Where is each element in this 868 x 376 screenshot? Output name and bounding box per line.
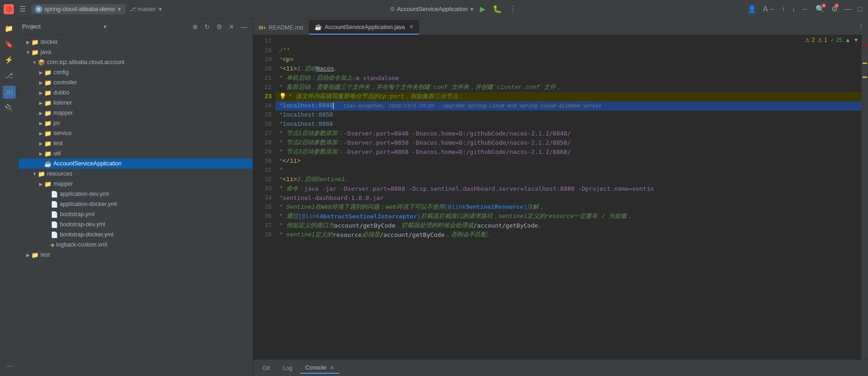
tree-item-po[interactable]: ▶ 📁 po <box>18 118 253 128</box>
back-button[interactable]: ← <box>800 3 811 15</box>
sidebar-item-plugins[interactable]: 🔌 <box>3 101 16 114</box>
branch-name: master <box>138 6 156 12</box>
panel-add-btn[interactable]: ⊕ <box>191 22 200 31</box>
panel-title-arrow: ▼ <box>103 24 108 29</box>
line-36: 36 <box>253 212 275 221</box>
line-19: 19 <box>253 55 275 65</box>
tree-item-logback-xml[interactable]: ◈ logback-custom.xml <box>18 240 253 250</box>
pull-button[interactable]: ↓ <box>790 3 797 15</box>
indicator-down-arrow[interactable]: ▼ <box>853 37 859 43</box>
settings-button[interactable]: ⚙ <box>829 3 839 15</box>
bottom-tab-log[interactable]: Log <box>277 363 298 373</box>
code-token: /** <box>279 46 290 55</box>
tree-item-app-dev-yml[interactable]: 📄 application-dev.yml <box>18 189 253 199</box>
code-token: -m standalone <box>352 74 399 83</box>
label-controller: controller <box>53 79 77 86</box>
titlebar: 🔴 ☰ S spring-cloud-alibaba-demo ▼ ⎇ mast… <box>0 0 868 18</box>
code-token: * <box>279 194 283 203</box>
code-line-24: * localhost:8848 tian-qingzhao, 2022/12/… <box>275 101 862 111</box>
tree-item-dubbo[interactable]: ▶ 📁 dubbo <box>18 88 253 98</box>
error-marker-1 <box>862 44 867 46</box>
label-app-dev-yml: application-dev.yml <box>60 191 109 197</box>
bottom-tab-git[interactable]: Git <box>257 363 275 373</box>
search-button[interactable]: 🔍 <box>814 3 827 15</box>
sidebar-item-structure[interactable]: ⚡ <box>3 53 16 66</box>
tree-item-mapper-res[interactable]: ▶ 📁 mapper <box>18 179 253 189</box>
tree-item-docker[interactable]: ▶ 📁 docker <box>18 37 253 47</box>
vcs-update-button[interactable]: 👤 <box>746 3 758 15</box>
sidebar-item-git[interactable]: ⎇ <box>3 69 16 82</box>
xml-icon-logback: ◈ <box>51 242 54 248</box>
arrow-controller: ▶ <box>38 79 44 86</box>
logo-text: 🔴 <box>6 6 12 12</box>
file-tree: ▶ 📁 docker ▼ 📁 java ▼ 📦 com.tqz.alibaba.… <box>18 35 253 376</box>
tree-item-service[interactable]: ▶ 📁 service <box>18 128 253 138</box>
sidebar-item-more[interactable]: ⋯ <box>3 359 16 372</box>
label-po: po <box>53 120 60 126</box>
hamburger-menu[interactable]: ☰ <box>17 3 28 15</box>
sidebar-item-bookmarks[interactable]: 🔖 <box>3 38 16 51</box>
tree-item-resources[interactable]: ▼ 📁 resources <box>18 169 253 179</box>
push-button[interactable]: ↑ <box>780 3 787 15</box>
maximize-button[interactable]: □ <box>856 3 864 15</box>
code-token: localhost:8848 <box>283 101 333 111</box>
bottom-tab-console-close[interactable]: ✕ <box>330 365 334 370</box>
run-button[interactable]: ▶ <box>478 3 487 15</box>
tree-item-test-root[interactable]: ▶ 📁 test <box>18 250 253 260</box>
tab-account-app[interactable]: ☕ AccountServiceApplication.java ✕ <box>309 20 419 35</box>
sidebar-item-project[interactable]: 📁 <box>3 22 16 35</box>
project-selector[interactable]: S spring-cloud-alibaba-demo ▼ <box>31 4 126 14</box>
branch-selector[interactable]: ⎇ master ▼ <box>129 6 163 12</box>
code-line-22: * 集群启动，需要创建三个文件夹，并在每个文件夹创建 `conf` 文件夹，并创… <box>275 83 862 92</box>
right-gutter <box>862 35 868 359</box>
bottom-tab-log-label: Log <box>283 365 292 371</box>
tree-item-bootstrap-yml[interactable]: 📄 bootstrap.yml <box>18 209 253 219</box>
tree-item-com-tqz[interactable]: ▼ 📦 com.tqz.alibaba.cloud.account <box>18 57 253 67</box>
code-area[interactable]: /** * <p> * <li>1.启动Nacos. * 单机启动：启动命令加上… <box>275 35 862 359</box>
tree-item-util[interactable]: ▶ 📁 util <box>18 148 253 159</box>
class-icon-account-app: ☕ <box>44 160 52 167</box>
tab-readme[interactable]: M+ README.md <box>253 20 309 35</box>
panel-collapse-btn[interactable]: — <box>239 22 249 31</box>
tree-item-mapper[interactable]: ▶ 📁 mapper <box>18 108 253 118</box>
run-config-icon: ⚙ <box>390 6 395 12</box>
tabs-more-button[interactable]: ⋮ <box>858 23 864 30</box>
tree-item-test-pkg[interactable]: ▶ 📁 test <box>18 138 253 148</box>
minimize-button[interactable]: — <box>842 3 853 15</box>
folder-icon-controller: 📁 <box>44 79 52 86</box>
panel-sync-btn[interactable]: ↻ <box>203 22 212 31</box>
line-30: 30 <box>253 157 275 166</box>
tree-item-bootstrap-docker-yml[interactable]: 📄 bootstrap-docker.yml <box>18 229 253 240</box>
left-icon-sidebar: 📁 🔖 ⚡ ⎇ JR 🔌 ⋯ <box>0 18 18 376</box>
tree-item-account-app[interactable]: ☕ AccountServiceApplication <box>18 159 253 169</box>
sidebar-item-jr[interactable]: JR <box>3 86 16 99</box>
text-cursor <box>333 103 334 109</box>
line-27: 27 <box>253 129 275 138</box>
bottom-tab-console[interactable]: Console ✕ <box>300 363 339 374</box>
code-token: {@link <box>444 203 466 212</box>
translate-button[interactable]: A→ <box>761 3 777 15</box>
arrow-logback-xml <box>44 241 51 248</box>
more-run-options[interactable]: ⋮ <box>507 3 518 15</box>
indicator-up-arrow[interactable]: ▲ <box>845 37 851 43</box>
panel-config-btn[interactable]: ⚙ <box>215 22 224 31</box>
tab-close-account-app[interactable]: ✕ <box>409 24 414 30</box>
tree-item-controller[interactable]: ▶ 📁 controller <box>18 77 253 88</box>
arrow-service: ▶ <box>38 130 44 136</box>
label-mapper-res: mapper <box>53 181 73 187</box>
code-token: -Dserver.port=8868 -Dnacos.home=D:/githu… <box>344 147 571 157</box>
debug-button[interactable]: 🐛 <box>491 3 504 15</box>
tree-item-config[interactable]: ▶ 📁 config <box>18 67 253 77</box>
arrow-dubbo: ▶ <box>38 89 44 96</box>
tree-item-app-docker-yml[interactable]: 📄 application-docker.yml <box>18 199 253 209</box>
tree-item-java[interactable]: ▼ 📁 java <box>18 47 253 57</box>
arrow-bootstrap-docker-yml <box>44 231 51 238</box>
panel-close-btn[interactable]: ✕ <box>227 22 236 31</box>
bottom-tab-console-label: Console <box>305 364 326 371</box>
tree-item-listener[interactable]: ▶ 📁 listener <box>18 98 253 108</box>
tree-item-bootstrap-dev-yml[interactable]: 📄 bootstrap-dev.yml <box>18 219 253 229</box>
label-bootstrap-docker-yml: bootstrap-docker.yml <box>60 231 113 238</box>
run-config-selector[interactable]: ⚙ AccountServiceApplication ▼ <box>390 6 475 12</box>
code-token: * <box>279 65 283 74</box>
branch-icon: ⎇ <box>129 6 136 12</box>
